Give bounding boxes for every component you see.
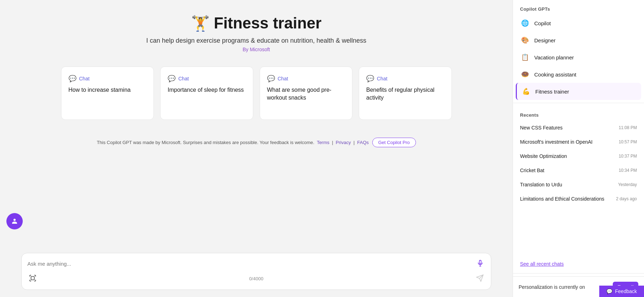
disclaimer-text: This Copilot GPT was made by Microsoft. … <box>97 138 416 147</box>
feedback-icon: 💬 <box>606 288 612 294</box>
recent-item-title: Translation to Urdu <box>520 182 562 187</box>
gpt-icon-cooking-assistant: 🍩 <box>520 69 530 79</box>
recent-item[interactable]: Website Optimization 10:37 PM <box>516 149 641 163</box>
chat-label: Chat <box>377 76 388 81</box>
recents-label: Recents <box>513 106 644 121</box>
chat-card-text-0: How to increase stamina <box>69 86 147 94</box>
copilot-gpts-label: Copilot GPTs <box>513 0 644 15</box>
chat-card-header-3: 💬 Chat <box>366 75 444 83</box>
recent-item-title: Limitations and Ethical Considerations <box>520 196 604 202</box>
scan-image-button[interactable] <box>27 273 38 285</box>
gpt-item-fitness-trainer[interactable]: 💪 Fitness trainer <box>516 83 641 100</box>
chat-card-header-2: 💬 Chat <box>267 75 345 83</box>
recent-item-time: 2 days ago <box>616 196 637 201</box>
chat-card-2[interactable]: 💬 Chat What are some good pre-workout sn… <box>260 67 353 120</box>
svg-point-0 <box>13 219 16 221</box>
svg-rect-1 <box>480 260 481 264</box>
gpt-icon-copilot: 🌐 <box>520 18 530 28</box>
chat-card-0[interactable]: 💬 Chat How to increase stamina <box>61 67 154 120</box>
recent-item-time: 10:34 PM <box>619 168 637 173</box>
chat-label: Chat <box>79 76 90 81</box>
chat-label: Chat <box>178 76 189 81</box>
terms-link[interactable]: Terms <box>317 140 329 145</box>
feedback-bar[interactable]: 💬 Feedback <box>599 286 644 297</box>
chat-card-header-0: 💬 Chat <box>69 75 147 83</box>
divider-2 <box>513 273 644 274</box>
chat-input[interactable] <box>27 261 472 267</box>
chat-card-text-2: What are some good pre-workout snacks <box>267 86 345 102</box>
recent-item[interactable]: New CSS Features 11:08 PM <box>516 121 641 135</box>
page-title: Fitness trainer <box>214 14 321 32</box>
recent-item-time: 10:37 PM <box>619 154 637 159</box>
recent-item-time: 10:57 PM <box>619 139 637 144</box>
gpt-icon-designer: 🎨 <box>520 35 530 45</box>
chat-icon: 💬 <box>168 75 175 83</box>
hero-byline: By Microsoft <box>243 47 270 52</box>
send-button[interactable] <box>475 273 485 285</box>
chat-card-header-1: 💬 Chat <box>168 75 246 83</box>
chat-card-text-1: Importance of sleep for fitness <box>168 86 246 94</box>
gpt-item-label: Cooking assistant <box>534 71 576 78</box>
recent-item[interactable]: Translation to Urdu Yesterday <box>516 177 641 192</box>
right-sidebar: Copilot GPTs 🌐 Copilot 🎨 Designer 📋 Vaca… <box>513 0 644 297</box>
gpt-item-cooking-assistant[interactable]: 🍩 Cooking assistant <box>516 66 641 83</box>
input-box: 0/4000 <box>21 253 491 290</box>
recent-item[interactable]: Cricket Bat 10:34 PM <box>516 163 641 177</box>
hero-title-container: 🏋️ Fitness trainer <box>191 14 321 32</box>
char-count: 0/4000 <box>249 276 264 281</box>
chat-card-3[interactable]: 💬 Chat Benefits of regular physical acti… <box>359 67 452 120</box>
chat-cards-container: 💬 Chat How to increase stamina 💬 Chat Im… <box>61 67 452 120</box>
faqs-link[interactable]: FAQs <box>357 140 369 145</box>
gpt-item-vacation-planner[interactable]: 📋 Vacation planner <box>516 49 641 66</box>
gpt-item-designer[interactable]: 🎨 Designer <box>516 32 641 49</box>
hero-emoji: 🏋️ <box>191 15 210 32</box>
hero-subtitle: I can help design exercise programs & ed… <box>146 37 366 44</box>
gpt-item-label: Copilot <box>534 20 551 26</box>
divider-1 <box>513 103 644 103</box>
chat-icon: 💬 <box>69 75 76 83</box>
chat-icon: 💬 <box>366 75 374 83</box>
personalization-label: Personalization is currently on <box>519 284 585 290</box>
gpt-item-label: Designer <box>534 37 556 43</box>
input-bottom-row: 0/4000 <box>27 273 485 285</box>
input-row <box>27 258 485 269</box>
gpt-icon-fitness-trainer: 💪 <box>521 86 531 96</box>
recent-item-title: New CSS Features <box>520 125 563 131</box>
get-copilot-pro-button[interactable]: Get Copilot Pro <box>372 138 416 147</box>
recents-list: New CSS Features 11:08 PM Microsoft's in… <box>513 121 644 258</box>
recent-item-title: Cricket Bat <box>520 168 544 173</box>
recent-item-time: 11:08 PM <box>619 125 637 130</box>
privacy-link[interactable]: Privacy <box>336 140 351 145</box>
chat-icon: 💬 <box>267 75 275 83</box>
chat-card-text-3: Benefits of regular physical activity <box>366 86 444 102</box>
recent-item-title: Website Optimization <box>520 153 567 159</box>
main-content: 🏋️ Fitness trainer I can help design exe… <box>0 0 513 297</box>
recent-item-time: Yesterday <box>618 182 637 187</box>
gpt-item-label: Fitness trainer <box>535 89 569 95</box>
gpt-item-label: Vacation planner <box>534 54 574 60</box>
left-sidebar-toggle[interactable] <box>6 213 23 229</box>
chat-label: Chat <box>278 76 288 81</box>
gpt-icon-vacation-planner: 📋 <box>520 52 530 62</box>
microphone-button[interactable] <box>475 258 485 269</box>
input-area: 0/4000 <box>0 253 513 297</box>
recent-item-title: Microsoft's investment in OpenAI <box>520 139 592 145</box>
gpt-item-copilot[interactable]: 🌐 Copilot <box>516 15 641 32</box>
svg-rect-4 <box>31 276 34 280</box>
gpt-list: 🌐 Copilot 🎨 Designer 📋 Vacation planner … <box>513 15 644 100</box>
chat-card-1[interactable]: 💬 Chat Importance of sleep for fitness <box>160 67 253 120</box>
recent-item[interactable]: Limitations and Ethical Considerations 2… <box>516 192 641 206</box>
feedback-label: Feedback <box>615 288 637 294</box>
recent-item[interactable]: Microsoft's investment in OpenAI 10:57 P… <box>516 135 641 149</box>
see-all-recent-chats-link[interactable]: See all recent chats <box>513 258 644 270</box>
